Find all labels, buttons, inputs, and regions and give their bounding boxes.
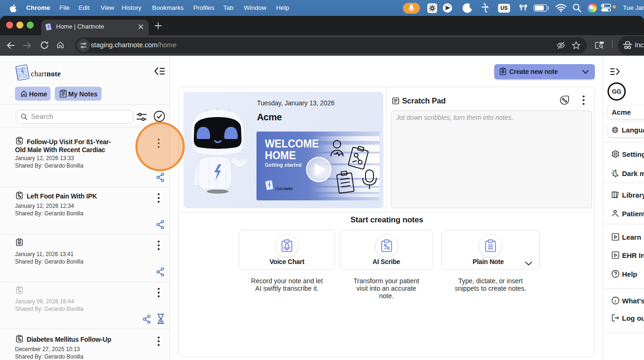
svg-text:HOME: HOME — [265, 149, 296, 162]
svg-text:chart: chart — [275, 186, 284, 191]
svg-text:note: note — [285, 186, 293, 191]
svg-text:WELCOME: WELCOME — [265, 137, 319, 150]
svg-text:Getting started: Getting started — [265, 162, 301, 168]
